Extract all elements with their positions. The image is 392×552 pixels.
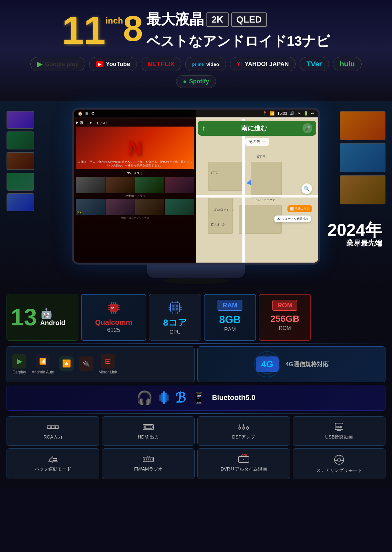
cpu-cores-card: 8コア CPU xyxy=(149,294,201,341)
youtube-badge[interactable]: ▶ YouTube xyxy=(89,57,137,71)
nav-instruction: 南に進む xyxy=(208,124,300,133)
wave-4 xyxy=(165,393,167,403)
svg-point-69 xyxy=(337,458,341,461)
svg-line-72 xyxy=(341,460,343,461)
section-divider-1 xyxy=(7,343,385,344)
back-icon[interactable]: ↩ xyxy=(311,111,314,116)
carplay-icon: ▶ xyxy=(12,354,26,369)
carplay-logo-group: 🔼 xyxy=(59,356,74,372)
battery-icon: 🔋 xyxy=(303,111,308,116)
svg-point-51 xyxy=(247,427,249,429)
rca-icon xyxy=(46,422,59,432)
android-auto-group: 📶 Android Auto xyxy=(32,354,54,374)
fmam-icon xyxy=(142,454,155,464)
usb-group: 🔌 xyxy=(79,356,93,372)
fourG-text: 4G通信規格対応 xyxy=(286,360,329,368)
svg-point-65 xyxy=(243,459,244,460)
thumb-drama-4[interactable] xyxy=(165,199,194,215)
thumb-drama-2[interactable] xyxy=(106,199,135,215)
netflix-description: 人間は、巨人に食われるけの前に進めない。それでも分かる。絶体の中で強く暮らい..… xyxy=(78,160,192,168)
hero-title: 11 inch 8 最大液晶 2K QLED ベストなアンドロイド13ナビ xyxy=(13,10,379,50)
map-label-2me: 2丁目 xyxy=(211,170,219,175)
usb-music-feature: USB USB音楽動画 xyxy=(293,416,385,446)
mute-button[interactable]: 🔊 ミュートを解除済み xyxy=(274,216,311,222)
netflix-label: NETFLIX xyxy=(148,61,174,68)
year-text: 2024年 xyxy=(327,221,382,238)
rom-value: 256GB xyxy=(263,314,306,324)
netflix-badge[interactable]: NETFLIX xyxy=(141,57,181,71)
thumb-right-1 xyxy=(340,111,385,140)
tver-badge[interactable]: TVer xyxy=(300,57,329,71)
yahoo-label: YAHOO! JAPAN xyxy=(245,61,289,68)
headphone-icon: 🎧 xyxy=(137,390,153,405)
title-tags: 最大液晶 2K QLED xyxy=(146,10,267,29)
congestion-icon: 📊 xyxy=(290,207,294,211)
mirror-group: ⊟ Mirror Link xyxy=(99,354,117,374)
screen-size-inch: inch xyxy=(106,16,123,25)
wireless-connectivity-card: ▶ Carplay 📶 Android Auto 🔼 🔌 ⊟ Mirror Li… xyxy=(7,346,195,382)
mute-label: ミュートを解除済み xyxy=(282,217,308,221)
yahoo-icon: Y! xyxy=(237,61,242,67)
home-icon[interactable]: 🏠 xyxy=(78,111,83,116)
android-auto-label: Android Auto xyxy=(32,370,54,374)
status-bar: 🏠 ⊞ ⚙ 📍 📶 15:03 🔊 ☀ 🔋 ↩ xyxy=(74,110,318,117)
rom-label: ROM xyxy=(263,325,306,331)
prime-badge[interactable]: prime video xyxy=(185,57,226,71)
nav-mic-button[interactable]: 🎤 xyxy=(302,123,312,133)
features-row-2: バック連動モード FM/AMラジオ ●REC xyxy=(7,448,385,479)
map-block-1 xyxy=(208,162,245,191)
netflix-tab-mylist[interactable]: ♥ マイリスト xyxy=(90,121,109,125)
device-stand xyxy=(147,265,245,278)
rca-label: RCA入力 xyxy=(10,434,96,440)
cpu-cores-value: 8コア xyxy=(153,318,197,328)
spotify-icon: ● xyxy=(183,78,187,85)
thumb-drama-1[interactable]: 新著 xyxy=(76,199,105,215)
thumb-anime-4[interactable] xyxy=(165,177,194,193)
title-subtitle: ベストなアンドロイド13ナビ xyxy=(146,32,330,50)
netflix-tab-browse[interactable]: ▶ 再生 xyxy=(76,121,87,125)
wave-2 xyxy=(161,393,163,403)
hdmi-icon xyxy=(142,422,155,432)
device-base xyxy=(163,278,229,284)
tver-label: TVer xyxy=(306,60,322,68)
dvr-icon: ●REC xyxy=(237,454,250,464)
netflix-n-logo: N xyxy=(128,137,142,159)
google-play-badge[interactable]: ▶ Google play xyxy=(30,57,85,71)
ram-spec-card: RAM 8GB RAM xyxy=(204,294,256,341)
nav-banner-container: ↑ 南に進む 🎤 その先 → xyxy=(196,119,318,146)
netflix-footer: 視聴中コンテンツ・太郎 xyxy=(76,216,194,220)
features-row-1: RCA入力 HDMI出力 xyxy=(7,416,385,446)
spotify-badge[interactable]: ● Spotify xyxy=(176,75,216,88)
thumb-left-1 xyxy=(7,111,34,129)
wifi-icon: 📶 xyxy=(270,111,275,116)
speaker-icon: 🔊 xyxy=(277,217,281,220)
steering-label: ステアリングリモート xyxy=(296,468,382,474)
map-search-button[interactable]: 🔍 xyxy=(302,183,312,194)
hulu-badge[interactable]: hulu xyxy=(333,57,362,71)
hdmi-label: HDMI出力 xyxy=(106,434,191,440)
wave-1 xyxy=(159,394,161,401)
mirror-icon: ⊟ xyxy=(101,354,115,369)
qualcomm-chip-icon: CPU xyxy=(106,300,122,316)
tag-qled: QLED xyxy=(231,12,267,27)
yahoo-badge[interactable]: Y! YAHOO! JAPAN xyxy=(230,57,296,71)
screen-size-number: 11 xyxy=(62,10,106,50)
thumb-drama-3[interactable] xyxy=(135,199,164,215)
android-version: 13 xyxy=(11,305,37,329)
android-info: 🤖 Android xyxy=(40,308,65,327)
thumb-anime-3[interactable] xyxy=(135,177,164,193)
thumb-right-2 xyxy=(340,143,385,172)
status-right-icons: 📍 📶 15:03 🔊 ☀ 🔋 ↩ xyxy=(262,111,314,116)
android-label: Android xyxy=(40,319,65,327)
google-play-label: Google play xyxy=(45,61,78,68)
prime-icon: prime xyxy=(192,62,204,67)
brightness-icon: ☀ xyxy=(297,111,301,116)
map-block-2 xyxy=(251,162,282,198)
ram-badge: RAM xyxy=(218,300,242,311)
thumb-anime-2[interactable] xyxy=(106,177,135,193)
svg-line-71 xyxy=(335,460,337,461)
fmam-label: FM/AMラジオ xyxy=(106,466,191,472)
screen-size-dot: 8 xyxy=(123,10,143,46)
prime-label: video xyxy=(206,61,219,67)
thumb-anime-1[interactable] xyxy=(76,177,105,193)
